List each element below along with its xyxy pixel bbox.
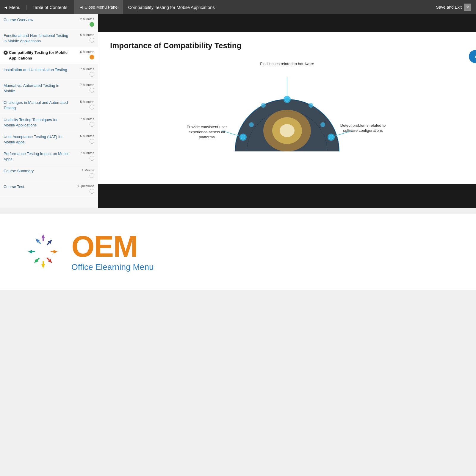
sidebar-item-performance-testing[interactable]: Performance Testing Impact on Mobile App… xyxy=(0,148,98,165)
svg-rect-25 xyxy=(51,251,54,252)
content-top-black xyxy=(98,14,476,32)
sidebar-item-meta: 7 Minutes xyxy=(72,83,94,93)
svg-point-14 xyxy=(261,103,266,108)
sidebar-item-label: Usability Testing Techniques for Mobile … xyxy=(4,117,70,128)
svg-rect-29 xyxy=(43,261,44,264)
sidebar-item-duration: 5 Minutes xyxy=(80,33,94,37)
sidebar-item-meta: 2 Minutes xyxy=(72,17,94,27)
top-bar: ◄ Menu Table of Contents ◄ Close Menu Pa… xyxy=(0,0,476,14)
diagram-label-left: Provide consistent user experience acros… xyxy=(183,125,231,140)
sidebar-item-label: Course Summary xyxy=(4,168,70,174)
status-indicator xyxy=(90,88,94,93)
sidebar-item-compatibility-testing[interactable]: Compatibility Testing for Mobile Applica… xyxy=(0,47,98,64)
slide-title: Importance of Compatibility Testing xyxy=(110,41,464,50)
slide-area: › Importance of Compatibility Testing xyxy=(98,32,476,184)
status-indicator xyxy=(90,156,94,161)
sidebar-item-duration: 1 Minute xyxy=(82,168,94,172)
svg-rect-19 xyxy=(38,241,41,244)
oem-logo-icon xyxy=(24,234,62,270)
sidebar-item-label: Course Overview xyxy=(4,17,70,23)
svg-rect-33 xyxy=(32,251,35,252)
sidebar-item-functional-testing[interactable]: Functional and Non-functional Testing in… xyxy=(0,30,98,47)
sidebar-item-label: Course Test xyxy=(4,184,70,190)
slide-content: Importance of Compatibility Testing xyxy=(98,32,476,184)
sidebar-item-meta: 5 Minutes xyxy=(72,33,94,43)
svg-rect-31 xyxy=(37,258,40,261)
sidebar-item-label: Compatibility Testing for Mobile Applica… xyxy=(9,50,70,61)
sidebar-item-label: Functional and Non-functional Testing in… xyxy=(4,33,70,44)
status-indicator xyxy=(90,55,94,60)
save-exit-button[interactable]: Save and Exit ✕ xyxy=(436,4,472,11)
sidebar-item-installation-testing[interactable]: Installation and Uninstallation Testing … xyxy=(0,64,98,80)
sidebar-item-meta: 7 Minutes xyxy=(72,151,94,161)
status-indicator xyxy=(90,105,94,109)
content-bottom-black xyxy=(98,184,476,208)
chevron-right-icon: › xyxy=(475,54,476,60)
oem-tagline: Office Elearning Menu xyxy=(71,262,154,272)
semicircle-diagram: Find issues related to hardware Provide … xyxy=(183,59,391,160)
sidebar-item-course-summary[interactable]: Course Summary 1 Minute xyxy=(0,165,98,181)
svg-rect-21 xyxy=(43,238,44,241)
sidebar-item-duration: 2 Minutes xyxy=(80,17,94,21)
status-indicator xyxy=(90,173,94,178)
sidebar-item-meta: 6 Minutes xyxy=(72,50,94,60)
sidebar-item-duration: 7 Minutes xyxy=(80,67,94,71)
logo-section: OEM Office Elearning Menu xyxy=(0,214,476,290)
svg-marker-24 xyxy=(54,250,58,253)
sidebar: Course Overview 2 Minutes Functional and… xyxy=(0,14,98,208)
sidebar-item-label: Performance Testing Impact on Mobile App… xyxy=(4,151,70,162)
svg-marker-28 xyxy=(41,264,45,268)
close-x-icon[interactable]: ✕ xyxy=(464,4,471,11)
status-indicator xyxy=(90,189,94,194)
sidebar-item-duration: 6 Minutes xyxy=(80,134,94,138)
svg-point-16 xyxy=(249,122,254,127)
menu-button[interactable]: ◄ Menu xyxy=(4,5,27,10)
diagram-label-top: Find issues related to hardware xyxy=(260,62,314,67)
svg-point-11 xyxy=(284,96,291,103)
close-menu-panel-button[interactable]: ◄ Close Menu Panel xyxy=(74,0,123,14)
oem-brand-name: OEM xyxy=(71,231,154,261)
status-indicator xyxy=(90,72,94,77)
svg-marker-32 xyxy=(28,250,32,253)
diagram-label-right: Detect problems related to software conf… xyxy=(335,123,391,133)
sidebar-item-meta: 8 Questions xyxy=(72,184,94,194)
sidebar-item-duration: 5 Minutes xyxy=(80,100,94,104)
sidebar-item-challenges[interactable]: Challenges in Manual and Automated Testi… xyxy=(0,97,98,114)
sidebar-item-course-overview[interactable]: Course Overview 2 Minutes xyxy=(0,14,98,30)
sidebar-item-duration: 7 Minutes xyxy=(80,83,94,87)
active-arrow-icon xyxy=(4,51,8,56)
sidebar-item-meta: 5 Minutes xyxy=(72,100,94,109)
menu-label: ◄ Menu xyxy=(4,5,21,10)
course-title: Compatibility Testing for Mobile Applica… xyxy=(123,5,436,10)
toc-label: Table of Contents xyxy=(27,5,73,10)
content-panel: › Importance of Compatibility Testing xyxy=(98,14,476,208)
sidebar-item-label: Challenges in Manual and Automated Testi… xyxy=(4,100,70,111)
svg-point-13 xyxy=(328,134,335,141)
svg-marker-20 xyxy=(41,234,45,238)
status-indicator xyxy=(90,38,94,43)
status-indicator xyxy=(90,139,94,144)
sidebar-item-label: Installation and Uninstallation Testing xyxy=(4,67,70,73)
sidebar-item-usability-testing[interactable]: Usability Testing Techniques for Mobile … xyxy=(0,114,98,131)
close-panel-label: ◄ Close Menu Panel xyxy=(79,5,118,10)
svg-point-12 xyxy=(239,134,247,141)
status-indicator xyxy=(90,122,94,127)
main-area: Course Overview 2 Minutes Functional and… xyxy=(0,14,476,208)
sidebar-item-meta: 7 Minutes xyxy=(72,67,94,77)
svg-point-17 xyxy=(320,122,325,127)
status-indicator xyxy=(90,22,94,27)
sidebar-item-meta: 6 Minutes xyxy=(72,134,94,144)
sidebar-item-uat[interactable]: User Acceptance Testing (UAT) for Mobile… xyxy=(0,131,98,148)
svg-point-15 xyxy=(309,103,313,108)
svg-point-4 xyxy=(280,124,295,137)
sidebar-item-meta: 7 Minutes xyxy=(72,117,94,127)
oem-arrows-svg xyxy=(24,234,62,270)
sidebar-item-course-test[interactable]: Course Test 8 Questions xyxy=(0,181,98,197)
diagram-svg xyxy=(183,59,391,160)
sidebar-item-meta: 1 Minute xyxy=(72,168,94,178)
svg-rect-23 xyxy=(47,242,50,245)
svg-rect-27 xyxy=(47,258,50,261)
sidebar-item-manual-automated[interactable]: Manual vs. Automated Testing in Mobile 7… xyxy=(0,80,98,97)
diagram-area: Find issues related to hardware Provide … xyxy=(110,59,464,160)
sidebar-item-duration: 8 Questions xyxy=(77,184,94,188)
